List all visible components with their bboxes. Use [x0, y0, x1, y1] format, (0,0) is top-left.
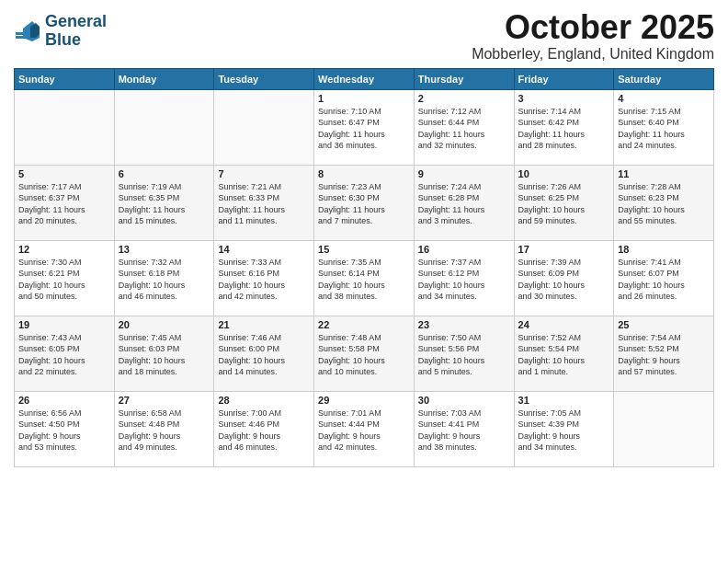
day-info: Sunrise: 7:17 AM Sunset: 6:37 PM Dayligh…: [18, 181, 110, 227]
calendar-cell: [614, 391, 714, 466]
weekday-header-monday: Monday: [114, 68, 214, 89]
calendar-cell: 16Sunrise: 7:37 AM Sunset: 6:12 PM Dayli…: [414, 240, 514, 316]
day-number: 19: [18, 319, 110, 330]
calendar-cell: 15Sunrise: 7:35 AM Sunset: 6:14 PM Dayli…: [314, 240, 415, 316]
day-info: Sunrise: 7:43 AM Sunset: 6:05 PM Dayligh…: [18, 332, 110, 378]
day-info: Sunrise: 7:45 AM Sunset: 6:03 PM Dayligh…: [119, 332, 210, 378]
day-number: 5: [18, 168, 110, 179]
title-block: October 2025 Mobberley, England, United …: [472, 9, 714, 63]
day-info: Sunrise: 7:21 AM Sunset: 6:33 PM Dayligh…: [218, 181, 310, 227]
day-number: 18: [618, 244, 710, 255]
calendar-cell: 8Sunrise: 7:23 AM Sunset: 6:30 PM Daylig…: [314, 165, 415, 240]
day-info: Sunrise: 7:30 AM Sunset: 6:21 PM Dayligh…: [18, 257, 110, 303]
day-info: Sunrise: 7:00 AM Sunset: 4:46 PM Dayligh…: [218, 408, 310, 454]
calendar-cell: 10Sunrise: 7:26 AM Sunset: 6:25 PM Dayli…: [514, 165, 614, 240]
calendar-week-row: 1Sunrise: 7:10 AM Sunset: 6:47 PM Daylig…: [15, 89, 714, 165]
calendar-body: 1Sunrise: 7:10 AM Sunset: 6:47 PM Daylig…: [15, 89, 714, 466]
calendar-cell: 23Sunrise: 7:50 AM Sunset: 5:56 PM Dayli…: [414, 316, 514, 391]
day-number: 26: [18, 395, 110, 406]
calendar-cell: 19Sunrise: 7:43 AM Sunset: 6:05 PM Dayli…: [15, 316, 115, 391]
day-info: Sunrise: 7:37 AM Sunset: 6:12 PM Dayligh…: [418, 257, 510, 303]
calendar-cell: 1Sunrise: 7:10 AM Sunset: 6:47 PM Daylig…: [314, 89, 415, 165]
calendar-cell: 26Sunrise: 6:56 AM Sunset: 4:50 PM Dayli…: [15, 391, 115, 466]
day-number: 23: [418, 319, 510, 330]
day-number: 17: [518, 244, 610, 255]
day-number: 22: [318, 319, 410, 330]
calendar-cell: [114, 89, 214, 165]
location: Mobberley, England, United Kingdom: [472, 46, 714, 63]
day-info: Sunrise: 7:10 AM Sunset: 6:47 PM Dayligh…: [318, 106, 410, 152]
day-info: Sunrise: 7:15 AM Sunset: 6:40 PM Dayligh…: [618, 106, 710, 152]
calendar-cell: 9Sunrise: 7:24 AM Sunset: 6:28 PM Daylig…: [414, 165, 514, 240]
calendar-cell: 20Sunrise: 7:45 AM Sunset: 6:03 PM Dayli…: [114, 316, 214, 391]
calendar-week-row: 19Sunrise: 7:43 AM Sunset: 6:05 PM Dayli…: [15, 316, 714, 391]
day-info: Sunrise: 7:35 AM Sunset: 6:14 PM Dayligh…: [318, 257, 410, 303]
day-number: 29: [318, 395, 410, 406]
day-info: Sunrise: 7:39 AM Sunset: 6:09 PM Dayligh…: [518, 257, 610, 303]
day-number: 10: [518, 168, 610, 179]
weekday-header-wednesday: Wednesday: [314, 68, 415, 89]
calendar-cell: 21Sunrise: 7:46 AM Sunset: 6:00 PM Dayli…: [214, 316, 314, 391]
calendar-cell: 2Sunrise: 7:12 AM Sunset: 6:44 PM Daylig…: [414, 89, 514, 165]
day-number: 31: [518, 395, 610, 406]
page: GeneralBlue October 2025 Mobberley, Engl…: [0, 0, 728, 563]
calendar-cell: 12Sunrise: 7:30 AM Sunset: 6:21 PM Dayli…: [15, 240, 115, 316]
day-number: 1: [318, 93, 410, 104]
day-info: Sunrise: 7:48 AM Sunset: 5:58 PM Dayligh…: [318, 332, 410, 378]
calendar-week-row: 12Sunrise: 7:30 AM Sunset: 6:21 PM Dayli…: [15, 240, 714, 316]
calendar-cell: [214, 89, 314, 165]
day-number: 15: [318, 244, 410, 255]
weekday-header-friday: Friday: [514, 68, 614, 89]
logo-icon: [14, 17, 41, 45]
logo-text: GeneralBlue: [45, 13, 107, 50]
calendar-week-row: 26Sunrise: 6:56 AM Sunset: 4:50 PM Dayli…: [15, 391, 714, 466]
day-info: Sunrise: 7:41 AM Sunset: 6:07 PM Dayligh…: [618, 257, 710, 303]
calendar-cell: 14Sunrise: 7:33 AM Sunset: 6:16 PM Dayli…: [214, 240, 314, 316]
day-number: 8: [318, 168, 410, 179]
day-number: 28: [218, 395, 310, 406]
calendar-cell: 22Sunrise: 7:48 AM Sunset: 5:58 PM Dayli…: [314, 316, 415, 391]
calendar-cell: 27Sunrise: 6:58 AM Sunset: 4:48 PM Dayli…: [114, 391, 214, 466]
day-info: Sunrise: 7:26 AM Sunset: 6:25 PM Dayligh…: [518, 181, 610, 227]
day-info: Sunrise: 7:19 AM Sunset: 6:35 PM Dayligh…: [119, 181, 210, 227]
day-number: 13: [119, 244, 210, 255]
day-number: 30: [418, 395, 510, 406]
day-info: Sunrise: 7:28 AM Sunset: 6:23 PM Dayligh…: [618, 181, 710, 227]
calendar-week-row: 5Sunrise: 7:17 AM Sunset: 6:37 PM Daylig…: [15, 165, 714, 240]
weekday-header-tuesday: Tuesday: [214, 68, 314, 89]
day-info: Sunrise: 7:33 AM Sunset: 6:16 PM Dayligh…: [218, 257, 310, 303]
day-info: Sunrise: 7:05 AM Sunset: 4:39 PM Dayligh…: [518, 408, 610, 454]
day-number: 24: [518, 319, 610, 330]
day-info: Sunrise: 7:32 AM Sunset: 6:18 PM Dayligh…: [119, 257, 210, 303]
day-info: Sunrise: 7:14 AM Sunset: 6:42 PM Dayligh…: [518, 106, 610, 152]
weekday-header-thursday: Thursday: [414, 68, 514, 89]
calendar-cell: 17Sunrise: 7:39 AM Sunset: 6:09 PM Dayli…: [514, 240, 614, 316]
day-info: Sunrise: 7:46 AM Sunset: 6:00 PM Dayligh…: [218, 332, 310, 378]
calendar-cell: 6Sunrise: 7:19 AM Sunset: 6:35 PM Daylig…: [114, 165, 214, 240]
day-info: Sunrise: 7:52 AM Sunset: 5:54 PM Dayligh…: [518, 332, 610, 378]
svg-rect-3: [16, 32, 30, 35]
calendar-cell: 25Sunrise: 7:54 AM Sunset: 5:52 PM Dayli…: [614, 316, 714, 391]
day-number: 14: [218, 244, 310, 255]
day-info: Sunrise: 7:24 AM Sunset: 6:28 PM Dayligh…: [418, 181, 510, 227]
day-info: Sunrise: 7:12 AM Sunset: 6:44 PM Dayligh…: [418, 106, 510, 152]
day-number: 27: [119, 395, 210, 406]
day-info: Sunrise: 7:50 AM Sunset: 5:56 PM Dayligh…: [418, 332, 510, 378]
day-number: 12: [18, 244, 110, 255]
day-number: 21: [218, 319, 310, 330]
weekday-header-saturday: Saturday: [614, 68, 714, 89]
day-number: 6: [119, 168, 210, 179]
day-number: 20: [119, 319, 210, 330]
calendar-cell: 7Sunrise: 7:21 AM Sunset: 6:33 PM Daylig…: [214, 165, 314, 240]
weekday-header-sunday: Sunday: [15, 68, 115, 89]
calendar-cell: 13Sunrise: 7:32 AM Sunset: 6:18 PM Dayli…: [114, 240, 214, 316]
logo: GeneralBlue: [14, 13, 107, 50]
day-info: Sunrise: 6:58 AM Sunset: 4:48 PM Dayligh…: [119, 408, 210, 454]
day-info: Sunrise: 6:56 AM Sunset: 4:50 PM Dayligh…: [18, 408, 110, 454]
calendar-cell: 18Sunrise: 7:41 AM Sunset: 6:07 PM Dayli…: [614, 240, 714, 316]
calendar-cell: 11Sunrise: 7:28 AM Sunset: 6:23 PM Dayli…: [614, 165, 714, 240]
calendar-cell: 4Sunrise: 7:15 AM Sunset: 6:40 PM Daylig…: [614, 89, 714, 165]
header: GeneralBlue October 2025 Mobberley, Engl…: [14, 9, 714, 63]
month-title: October 2025: [472, 9, 714, 46]
day-number: 2: [418, 93, 510, 104]
